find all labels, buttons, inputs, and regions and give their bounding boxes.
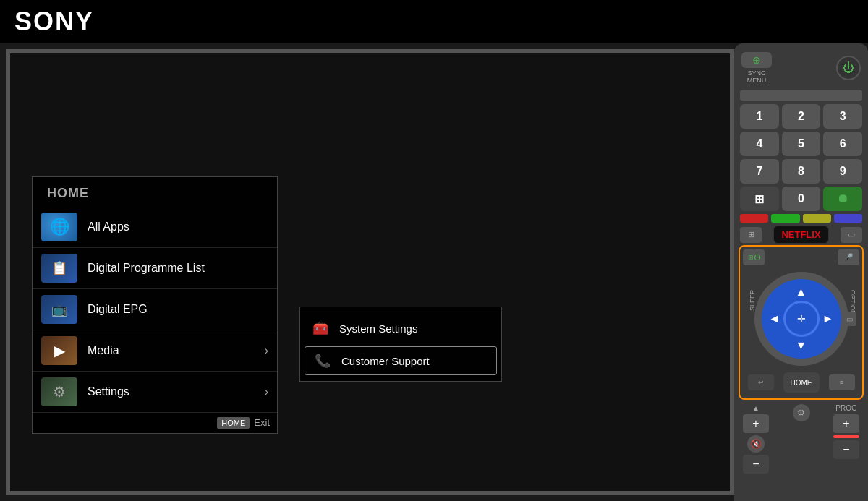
right-side-btn[interactable]: ▭ xyxy=(841,227,862,243)
customer-support-label: Customer Support xyxy=(341,355,430,367)
dpad-up[interactable]: ▲ xyxy=(793,283,810,301)
left-side-btn[interactable]: ⊞ xyxy=(740,227,762,243)
mid-btns: ⚙ xyxy=(793,404,810,421)
prog-down[interactable]: − xyxy=(833,440,859,459)
num-hash[interactable]: ⊞ xyxy=(740,187,779,211)
vol-prog-section: ▲ + 🔇 − ⚙ PROG + − xyxy=(740,401,862,476)
settings-label: Settings xyxy=(88,385,265,398)
main-area: HOME All Apps Digital Programme List xyxy=(0,43,868,501)
digital-programme-list-icon xyxy=(41,254,77,283)
mic-btn[interactable]: 🎤 xyxy=(838,249,859,265)
menu-footer: HOME Exit xyxy=(33,413,277,433)
right-side-remote-btn[interactable]: ▭ xyxy=(842,312,856,326)
prog-up[interactable]: + xyxy=(833,414,859,433)
input-button[interactable]: ⊕ xyxy=(741,52,772,68)
menu-item-settings[interactable]: Settings › xyxy=(33,372,277,413)
home-menu: HOME All Apps Digital Programme List xyxy=(32,176,278,434)
power-icon: ⏻ xyxy=(843,61,854,74)
system-settings-icon: 🧰 xyxy=(312,320,329,336)
prog-indicator xyxy=(833,435,859,438)
volume-col: ▲ + 🔇 − xyxy=(743,404,769,474)
sony-logo: SONY xyxy=(14,7,94,37)
settings-submenu: 🧰 System Settings 📞 Customer Support xyxy=(299,307,502,382)
prog-col: PROG + − xyxy=(833,404,859,459)
menu-item-digital-epg[interactable]: Digital EPG xyxy=(33,289,277,330)
num-3[interactable]: 3 xyxy=(823,104,862,129)
left-side-icon: ⊞ xyxy=(748,230,754,239)
submenu-item-customer-support[interactable]: 📞 Customer Support xyxy=(305,346,497,375)
digital-programme-list-label: Digital Programme List xyxy=(88,262,268,275)
options-button[interactable]: ≡ xyxy=(829,374,855,390)
customer-support-icon: 📞 xyxy=(314,353,331,369)
num-special[interactable]: ⏺ xyxy=(823,187,862,211)
num-1[interactable]: 1 xyxy=(740,104,779,129)
dpad-ring[interactable]: ▲ ▼ ◄ ► ✛ xyxy=(762,279,841,359)
submenu-item-system-settings[interactable]: 🧰 System Settings xyxy=(300,312,501,345)
dpad-container: ⊞⏻ 🎤 SLEEP ▲ ▼ ◄ ► ✛ OPTIONS ▭ xyxy=(740,247,862,398)
digital-epg-icon xyxy=(41,295,77,324)
settings-icon xyxy=(41,377,77,406)
home-badge: HOME xyxy=(217,417,250,429)
num-2[interactable]: 2 xyxy=(782,104,821,129)
vol-label: ▲ xyxy=(752,404,760,412)
num-5[interactable]: 5 xyxy=(782,132,821,156)
num-9[interactable]: 9 xyxy=(823,159,862,184)
power-button[interactable]: ⏻ xyxy=(836,56,861,80)
color-buttons xyxy=(740,214,862,223)
menu-item-digital-programme-list[interactable]: Digital Programme List xyxy=(33,248,277,289)
tv-guide-btn[interactable]: ⊞⏻ xyxy=(743,249,765,265)
netflix-row: ⊞ NETFLIX ▭ xyxy=(740,226,862,244)
dpad-left[interactable]: ◄ xyxy=(766,310,783,327)
dpad-down[interactable]: ▼ xyxy=(793,337,810,354)
input-icon: ⊕ xyxy=(752,54,761,66)
menu-item-all-apps[interactable]: All Apps xyxy=(33,207,277,248)
red-button[interactable] xyxy=(740,214,768,223)
num-7[interactable]: 7 xyxy=(740,159,779,184)
tv-screen: HOME All Apps Digital Programme List xyxy=(6,49,734,495)
media-icon xyxy=(41,336,77,365)
sleep-label: SLEEP xyxy=(749,290,756,311)
home-button[interactable]: HOME xyxy=(783,372,820,393)
num-0[interactable]: 0 xyxy=(782,187,821,211)
num-8[interactable]: 8 xyxy=(782,159,821,184)
right-side-icon: ▭ xyxy=(848,230,855,239)
nav-bottom-btns: ↩ HOME ≡ xyxy=(743,372,859,393)
menu-item-media[interactable]: Media › xyxy=(33,330,277,372)
numpad: 1 2 3 4 5 6 7 8 9 ⊞ 0 ⏺ xyxy=(740,104,862,211)
all-apps-label: All Apps xyxy=(88,220,268,234)
media-label: Media xyxy=(88,344,265,357)
yellow-button[interactable] xyxy=(803,214,831,223)
netflix-button[interactable]: NETFLIX xyxy=(773,226,828,244)
settings-mid-btn[interactable]: ⚙ xyxy=(793,404,810,421)
remote-top: ⊕ SYNCMENU ⏻ xyxy=(740,49,862,87)
dpad-center-ok[interactable]: ✛ xyxy=(783,301,820,337)
return-button[interactable]: ↩ xyxy=(748,374,774,390)
header: SONY xyxy=(0,0,868,43)
remote-control: ⊕ SYNCMENU ⏻ 1 2 3 4 5 6 7 8 9 ⊞ 0 ⏺ xyxy=(734,43,868,501)
settings-arrow: › xyxy=(265,385,268,398)
num-6[interactable]: 6 xyxy=(823,132,862,156)
dpad-outer: ▲ ▼ ◄ ► ✛ xyxy=(754,272,848,366)
sync-menu-label: SYNCMENU xyxy=(747,69,767,84)
dpad-section: SLEEP ▲ ▼ ◄ ► ✛ OPTIONS ▭ xyxy=(743,268,859,369)
digital-epg-label: Digital EPG xyxy=(88,303,268,316)
system-settings-label: System Settings xyxy=(339,322,417,335)
home-menu-title: HOME xyxy=(33,177,277,207)
dpad-right[interactable]: ► xyxy=(820,310,837,327)
all-apps-icon xyxy=(41,213,77,241)
num-4[interactable]: 4 xyxy=(740,132,779,156)
remote-divider xyxy=(740,90,862,101)
exit-label: Exit xyxy=(254,417,270,429)
dpad-top-row: ⊞⏻ 🎤 xyxy=(743,249,859,265)
blue-button[interactable] xyxy=(834,214,862,223)
mute-btn[interactable]: 🔇 xyxy=(747,435,765,453)
green-button[interactable] xyxy=(771,214,799,223)
prog-label: PROG xyxy=(835,404,856,412)
vol-up[interactable]: + xyxy=(743,414,769,433)
media-arrow: › xyxy=(265,344,268,357)
vol-down[interactable]: − xyxy=(743,455,769,474)
